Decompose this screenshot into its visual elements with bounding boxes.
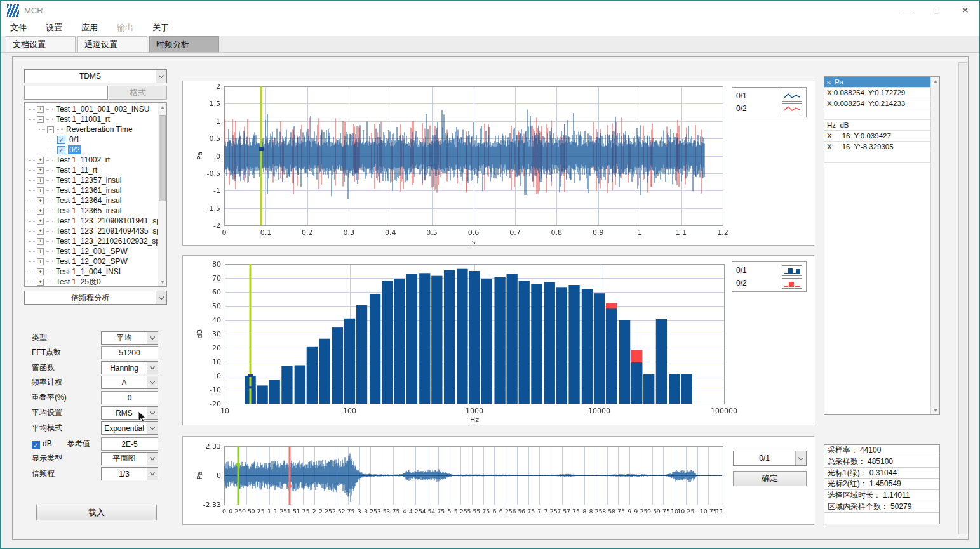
minimize-button-icon[interactable]: — [894,1,922,20]
collapse-minus-icon[interactable]: − [47,126,54,133]
tree-item[interactable]: −Test 1_11001_rt [26,114,157,124]
readout-row[interactable]: X: 16 Y:-8.329305 [824,142,930,152]
expand-plus-icon[interactable]: + [37,238,44,245]
readout-row[interactable] [824,152,930,163]
expand-plus-icon[interactable]: + [37,248,44,255]
menu-item-2[interactable]: 应用 [74,20,105,36]
menu-item-4[interactable]: 关于 [145,20,176,36]
tree-item[interactable]: +Test 1_12_002_SPW [26,256,157,267]
menu-item-0[interactable]: 文件 [3,20,34,36]
legend-series-name: 0/2 [736,104,782,113]
form-select-0[interactable]: 平均 [101,331,158,345]
chevron-down-icon[interactable] [147,362,158,374]
form-select-5[interactable]: RMS [101,406,158,420]
chevron-down-icon[interactable] [147,376,158,388]
expand-plus-icon[interactable]: + [37,268,44,275]
chevron-down-icon[interactable] [147,332,158,344]
tree-item[interactable]: +Test 1_25度0 [26,277,157,287]
chevron-down-icon[interactable] [147,453,158,465]
expand-plus-icon[interactable]: + [37,279,44,286]
tree-item[interactable]: ✓0/2 [26,145,157,155]
stats-value: 50279 [890,502,911,511]
expand-plus-icon[interactable]: + [37,258,44,265]
readout-scrollbar[interactable] [930,77,939,414]
channel-combo[interactable]: 0/1 [733,451,807,466]
expand-plus-icon[interactable]: + [37,187,44,194]
tree-scrollbar[interactable] [158,103,166,286]
readout-row[interactable]: s Pa [824,77,930,88]
tree-item[interactable]: +Test 1_001_001_002_INSU [26,104,157,114]
tree-item[interactable]: +Test 1_12_001_SPW [26,246,157,256]
tree-item[interactable]: +Test 1_11_rt [26,165,157,175]
form-input-1[interactable]: 51200 [101,346,158,359]
expand-plus-icon[interactable]: + [37,167,44,174]
load-button[interactable]: 载入 [36,505,157,520]
form-input-4[interactable]: 0 [101,391,158,404]
scroll-down-icon[interactable] [158,277,166,286]
time-waveform-chart[interactable] [183,81,815,245]
expand-plus-icon[interactable]: + [37,218,44,225]
chevron-down-icon[interactable] [147,468,158,480]
form-select-value: Exponential [102,424,147,433]
expand-plus-icon[interactable]: + [37,157,44,164]
tree-item[interactable]: −Reverberation Time [26,124,157,135]
expand-plus-icon[interactable]: + [37,208,44,215]
form-select-6[interactable]: Exponential [101,421,158,435]
chevron-down-icon[interactable] [156,291,166,304]
menu-item-1[interactable]: 设置 [39,20,69,36]
tab-1[interactable]: 通道设置 [77,36,147,52]
form-select-8[interactable]: 平面图 [101,452,158,465]
form-label-text: 显示类型 [32,452,62,465]
scroll-down-icon[interactable] [931,406,939,414]
tree-connector [46,241,53,242]
checkbox-checked-icon[interactable]: ✓ [57,136,65,144]
close-button-icon[interactable]: ✕ [951,1,979,20]
expand-plus-icon[interactable]: + [37,197,44,204]
readout-row[interactable]: X: 16 Y:0.039427 [824,131,930,142]
readout-row[interactable]: Hz dB [824,120,930,131]
readout-row[interactable] [824,109,930,120]
analysis-type-combo[interactable]: 倍频程分析 [24,291,167,305]
tree-item[interactable]: +Test 1_12361_insul [26,185,157,195]
chevron-down-icon[interactable] [147,407,158,419]
checkbox-checked-icon[interactable]: ✓ [32,441,40,449]
readout-row[interactable]: X:0.088254 Y:0.214233 [824,98,930,109]
checkbox-checked-icon[interactable]: ✓ [57,146,65,154]
scroll-up-icon[interactable] [931,77,939,86]
tree-item[interactable]: +Test 1_123_210914094435_spw [26,226,157,236]
tab-0[interactable]: 文档设置 [6,36,76,52]
tree-scrollbar-thumb[interactable] [159,115,166,201]
confirm-button[interactable]: 确定 [733,471,807,486]
maximize-button-icon[interactable]: ▢ [922,1,951,20]
chevron-down-icon[interactable] [156,70,166,83]
tree-connector [29,201,35,201]
file-format-combo[interactable]: TDMS [24,69,167,83]
octave-spectrum-chart[interactable] [183,256,815,425]
form-input-7[interactable]: 2E-5 [101,437,158,451]
filter-input[interactable] [24,86,108,100]
form-select-2[interactable]: Hanning [101,361,158,374]
tree-item[interactable]: ✓0/1 [26,135,157,145]
expand-plus-icon[interactable]: + [37,106,44,113]
tree-item[interactable]: +Test 1_1_004_INSI [26,267,157,277]
form-select-3[interactable]: A [101,376,158,389]
scroll-up-icon[interactable] [158,103,166,112]
tree-item[interactable]: +Test 1_12357_insul [26,175,157,185]
tree-item[interactable]: +Test 1_12365_insul [26,206,157,216]
format-button[interactable]: 格式 [109,86,167,100]
tree-item[interactable]: +Test 1_12364_insul [26,195,157,206]
expand-plus-icon[interactable]: + [37,177,44,184]
tree-item[interactable]: +Test 1_11002_rt [26,155,157,165]
tree-item[interactable]: +Test 1_123_210908101941_spw [26,216,157,226]
tree-item[interactable]: +Test 1_123_211026102932_spw [26,236,157,246]
tab-2[interactable]: 时频分析 [149,36,219,52]
collapse-minus-icon[interactable]: − [37,116,44,123]
right-scroll-strip[interactable] [958,62,967,534]
menu-item-3[interactable]: 输出 [110,20,140,36]
readout-row[interactable]: X:0.088254 Y:0.172729 [824,88,930,98]
overview-waveform-chart[interactable] [183,437,815,524]
chevron-down-icon[interactable] [147,422,158,434]
form-select-9[interactable]: 1/3 [101,467,158,480]
expand-plus-icon[interactable]: + [37,228,44,235]
chevron-down-icon[interactable] [795,451,806,465]
